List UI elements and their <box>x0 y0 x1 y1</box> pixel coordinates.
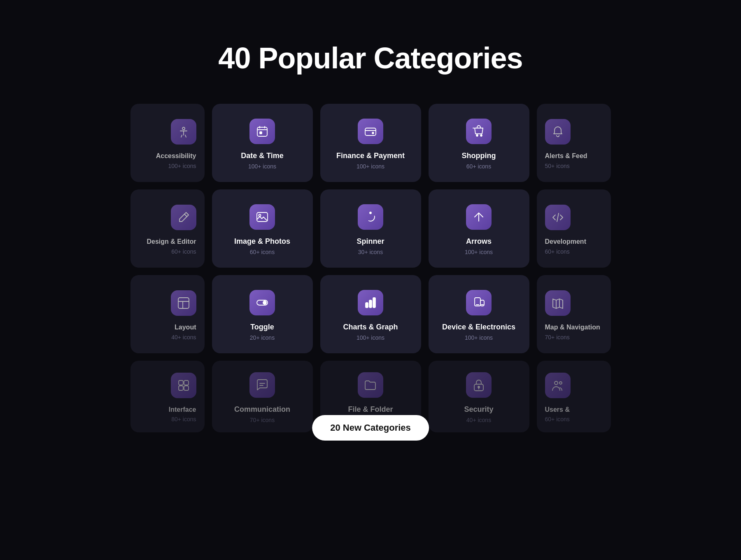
card-date-time[interactable]: Date & Time100+ icons <box>212 104 313 182</box>
bell-icon <box>545 119 571 145</box>
card-count: 60+ icons <box>545 248 570 255</box>
card-device-electronics[interactable]: Device & Electronics100+ icons <box>429 275 529 353</box>
card-name: Image & Photos <box>234 237 290 246</box>
card-alerts-feed[interactable]: Alerts & Feed50+ icons <box>537 104 611 182</box>
lock-icon <box>466 372 492 398</box>
card-count: 30+ icons <box>358 249 383 255</box>
card-count: 70+ icons <box>250 417 275 423</box>
image-icon <box>249 204 275 230</box>
card-count: 40+ icons <box>171 334 196 341</box>
card-count: 80+ icons <box>171 416 196 422</box>
card-name: Map & Navigation <box>545 323 600 331</box>
card-count: 70+ icons <box>545 334 570 341</box>
card-development[interactable]: Development60+ icons <box>537 189 611 268</box>
card-name: Charts & Graph <box>343 323 398 332</box>
accessibility-icon <box>171 119 196 145</box>
card-interface[interactable]: Interface80+ icons <box>130 361 205 432</box>
card-count: 100+ icons <box>357 163 384 170</box>
card-name: Interface <box>169 406 196 413</box>
folder-icon <box>358 372 383 398</box>
card-count: 100+ icons <box>168 163 196 169</box>
card-name: Finance & Payment <box>336 152 405 161</box>
interface-icon <box>171 373 196 398</box>
card-name: Communication <box>234 405 290 414</box>
card-arrows[interactable]: Arrows100+ icons <box>429 189 529 268</box>
grid-row-1: Accessibility100+ iconsDate & Time100+ i… <box>0 104 741 182</box>
card-name: Spinner <box>357 237 384 246</box>
card-name: File & Folder <box>348 405 393 414</box>
card-layout[interactable]: Layout40+ icons <box>130 275 205 353</box>
card-count: 60+ icons <box>250 249 275 255</box>
card-users[interactable]: Users &60+ icons <box>537 361 611 432</box>
card-communication[interactable]: Communication70+ icons <box>212 361 313 432</box>
card-count: 100+ icons <box>465 249 493 255</box>
map-icon <box>545 290 571 316</box>
card-count: 40+ icons <box>466 417 491 423</box>
card-accessibility[interactable]: Accessibility100+ icons <box>130 104 205 182</box>
arrow-up-icon <box>466 204 492 230</box>
card-name: Design & Editor <box>147 238 196 245</box>
card-charts-graph[interactable]: Charts & Graph100+ icons <box>320 275 421 353</box>
card-name: Device & Electronics <box>442 323 515 332</box>
card-count: 60+ icons <box>466 163 491 170</box>
spinner-icon <box>358 204 383 230</box>
code-icon <box>545 205 571 230</box>
categories-grid: Accessibility100+ iconsDate & Time100+ i… <box>0 104 741 465</box>
card-name: Users & <box>545 406 570 413</box>
card-count: 20+ icons <box>250 334 275 341</box>
grid-row-3: Layout40+ iconsToggle20+ iconsCharts & G… <box>0 275 741 353</box>
card-name: Accessibility <box>156 152 196 160</box>
card-name: Date & Time <box>241 152 284 161</box>
card-name: Arrows <box>466 237 492 246</box>
card-finance-payment[interactable]: Finance & Payment100+ icons <box>320 104 421 182</box>
card-image-photos[interactable]: Image & Photos60+ icons <box>212 189 313 268</box>
card-spinner[interactable]: Spinner30+ icons <box>320 189 421 268</box>
card-count: 60+ icons <box>545 416 570 422</box>
chat-icon <box>249 372 275 398</box>
card-map-navigation[interactable]: Map & Navigation70+ icons <box>537 275 611 353</box>
card-count: 100+ icons <box>248 163 276 170</box>
card-toggle[interactable]: Toggle20+ icons <box>212 275 313 353</box>
card-name: Shopping <box>462 152 496 161</box>
users-icon <box>545 373 571 398</box>
shopping-icon <box>466 119 492 144</box>
card-count: 100+ icons <box>357 334 384 341</box>
toggle-icon <box>249 290 275 315</box>
card-name: Layout <box>175 323 196 331</box>
calendar-icon <box>249 119 275 144</box>
card-count: 50+ icons <box>545 163 570 169</box>
chart-icon <box>358 290 383 315</box>
card-name: Development <box>545 238 586 245</box>
wallet-icon <box>358 119 383 144</box>
grid-row-2: Design & Editor60+ iconsImage & Photos60… <box>0 189 741 268</box>
card-design-editor[interactable]: Design & Editor60+ icons <box>130 189 205 268</box>
layout-icon <box>171 290 196 316</box>
page-title: 40 Popular Categories <box>218 41 522 75</box>
card-security[interactable]: Security40+ icons <box>429 361 529 432</box>
device-icon <box>466 290 492 315</box>
card-count: 60+ icons <box>171 248 196 255</box>
card-name: Security <box>464 405 493 414</box>
card-count: 100+ icons <box>465 334 493 341</box>
grid-row-4: Interface80+ iconsCommunication70+ icons… <box>0 361 741 465</box>
card-name: Alerts & Feed <box>545 152 587 160</box>
pen-icon <box>171 205 196 230</box>
card-shopping[interactable]: Shopping60+ icons <box>429 104 529 182</box>
card-name: Toggle <box>250 323 274 332</box>
new-categories-badge[interactable]: 20 New Categories <box>312 415 429 441</box>
